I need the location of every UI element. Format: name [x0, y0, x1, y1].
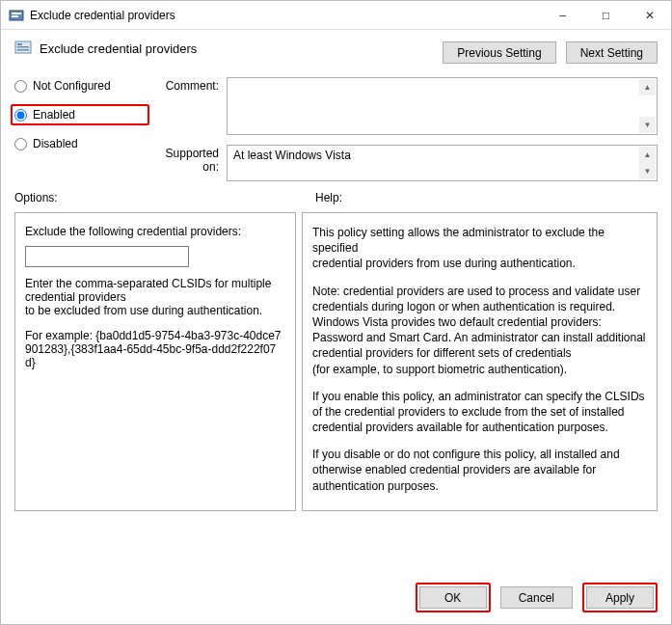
titlebar: Exclude credential providers – □ ✕	[1, 1, 671, 30]
supported-label: Supported on:	[149, 145, 227, 181]
svg-rect-5	[17, 46, 29, 48]
scroll-up-icon[interactable]: ▲	[639, 147, 656, 163]
policy-icon	[14, 40, 32, 57]
scroll-down-icon[interactable]: ▼	[639, 117, 656, 133]
comment-label: Comment:	[149, 77, 227, 135]
exclude-providers-input[interactable]	[25, 246, 189, 267]
svg-rect-1	[12, 13, 21, 14]
svg-rect-4	[17, 43, 22, 45]
help-p1: This policy setting allows the administr…	[312, 225, 647, 272]
close-button[interactable]: ✕	[628, 1, 671, 29]
scroll-down-icon[interactable]: ▼	[639, 163, 656, 179]
highlight-apply: Apply	[582, 583, 658, 612]
comment-field[interactable]: ▲ ▼	[227, 77, 658, 135]
highlight-enabled: Enabled	[11, 104, 149, 125]
supported-text: At least Windows Vista	[233, 149, 351, 162]
help-p4: If you disable or do not configure this …	[312, 447, 647, 494]
options-hint-2: to be excluded from use during authentic…	[25, 304, 285, 317]
radio-enabled-input[interactable]	[14, 109, 27, 122]
minimize-button[interactable]: –	[541, 1, 584, 29]
radio-not-configured[interactable]: Not Configured	[14, 79, 149, 93]
svg-rect-6	[17, 49, 29, 51]
options-hint-1: Enter the comma-separated CLSIDs for mul…	[25, 277, 285, 304]
help-p3: If you enable this policy, an administra…	[312, 389, 647, 436]
window-title: Exclude credential providers	[30, 9, 541, 22]
scroll-up-icon[interactable]: ▲	[639, 79, 656, 95]
maximize-button[interactable]: □	[584, 1, 628, 29]
radio-disabled-label: Disabled	[33, 137, 78, 150]
radio-disabled[interactable]: Disabled	[14, 137, 149, 150]
cancel-button[interactable]: Cancel	[500, 586, 573, 609]
supported-field: At least Windows Vista ▲ ▼	[227, 145, 658, 181]
radio-not-configured-label: Not Configured	[33, 79, 111, 93]
radio-enabled[interactable]: Enabled	[14, 108, 75, 122]
help-heading: Help:	[315, 191, 342, 204]
highlight-ok: OK	[416, 583, 491, 612]
app-icon	[9, 8, 24, 23]
page-title: Exclude credential providers	[40, 41, 197, 56]
options-heading: Options:	[14, 191, 315, 204]
options-field-label: Exclude the following credential provide…	[25, 225, 285, 238]
next-setting-button[interactable]: Next Setting	[566, 41, 658, 64]
help-panel: This policy setting allows the administr…	[302, 212, 658, 511]
ok-button[interactable]: OK	[419, 586, 487, 609]
previous-setting-button[interactable]: Previous Setting	[443, 41, 555, 64]
options-example: For example: {ba0dd1d5-9754-4ba3-973c-40…	[25, 329, 285, 369]
window-controls: – □ ✕	[541, 1, 671, 29]
radio-enabled-label: Enabled	[33, 108, 75, 122]
options-panel: Exclude the following credential provide…	[14, 212, 296, 511]
help-p2: Note: credential providers are used to p…	[312, 284, 647, 377]
svg-rect-2	[12, 15, 18, 17]
radio-disabled-input[interactable]	[14, 138, 27, 150]
radio-not-configured-input[interactable]	[14, 80, 27, 93]
apply-button[interactable]: Apply	[586, 586, 654, 609]
